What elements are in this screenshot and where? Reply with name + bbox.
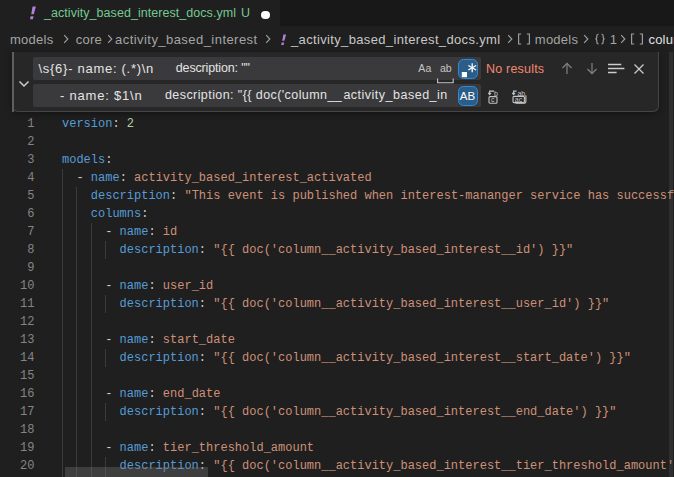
svg-text:c: c — [491, 96, 495, 103]
svg-text:b: b — [494, 90, 498, 97]
svg-text:ac: ac — [514, 96, 522, 103]
